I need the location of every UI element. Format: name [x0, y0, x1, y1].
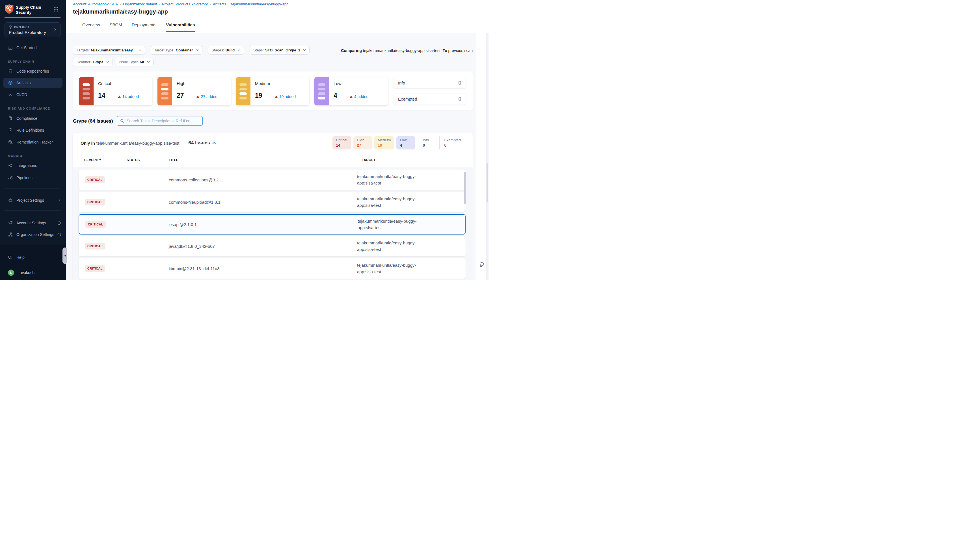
- filter-targets[interactable]: Targets: tejakummarikuntla/easy...: [73, 46, 145, 55]
- tab-sbom[interactable]: SBOM: [110, 22, 122, 32]
- section-manage: MANAGE: [8, 154, 23, 158]
- added-link[interactable]: 27 added: [197, 94, 217, 99]
- sidebar-item-rule-definitions[interactable]: Rule Definitions: [0, 125, 66, 135]
- severity-card-critical[interactable]: Critical 14 14 added: [79, 77, 152, 105]
- filter-value: All: [139, 60, 144, 64]
- filter-value: STO_Scan_Grype_1: [265, 48, 300, 52]
- filter-label: Targets:: [77, 48, 90, 52]
- project-cube-icon: [8, 25, 12, 29]
- section-risk-and-compliance: RISK AND COMPLIANCE: [8, 107, 50, 110]
- tab-overview[interactable]: Overview: [82, 22, 100, 32]
- page-scrollbar-thumb[interactable]: [486, 163, 488, 202]
- sidebar-item-remediation-tracker[interactable]: Remediation Tracker: [0, 137, 66, 147]
- sidebar-item-label: Get Started: [17, 45, 37, 50]
- sidebar: Supply Chain Security PROJECT Product Ex…: [0, 0, 66, 280]
- filter-steps[interactable]: Steps: STO_Scan_Grype_1: [250, 46, 309, 55]
- breadcrumb-separator: ›: [210, 2, 211, 6]
- filter-value: Build: [225, 48, 235, 52]
- sidebar-item-artifacts[interactable]: Artifacts: [3, 78, 62, 88]
- severity-card-exempted[interactable]: Exempted 0: [394, 93, 466, 105]
- tab-vulnerabilities[interactable]: Vulnerabilities: [166, 22, 195, 32]
- sidebar-footer: ? Help L Lavakush: [0, 244, 66, 280]
- sidebar-item-organization-settings[interactable]: Organization Settings: [0, 230, 66, 240]
- triangle-up-icon: [275, 95, 277, 98]
- breadcrumb-project[interactable]: Project: Product Exploratory: [162, 2, 208, 6]
- column-header-severity: SEVERITY: [84, 158, 101, 162]
- breadcrumb-account[interactable]: Account: Automation-SSCA: [73, 2, 118, 6]
- added-link[interactable]: 14 added: [118, 94, 139, 99]
- chip-medium[interactable]: Medium19: [374, 136, 394, 150]
- chip-info[interactable]: Info0: [418, 136, 436, 150]
- gear-icon: [8, 198, 13, 203]
- sidebar-item-integrations[interactable]: Integrations: [0, 160, 66, 171]
- issues-count-toggle[interactable]: 64 Issues: [188, 140, 216, 146]
- breadcrumb-organization[interactable]: Organization: default: [123, 2, 157, 6]
- severity-card-info[interactable]: Info 0: [394, 77, 466, 88]
- sidebar-item-label: Artifacts: [17, 80, 31, 85]
- issue-target: tejakummarikuntla/easy-buggy-app:slsa-te…: [357, 240, 418, 253]
- added-link[interactable]: 19 added: [275, 94, 296, 99]
- layers-gear-icon: [8, 220, 13, 225]
- triangle-up-icon: [197, 95, 199, 98]
- chip-critical[interactable]: Critical14: [332, 136, 351, 150]
- issue-row[interactable]: CRITICAL java/jdk@1.8.0_342-b07 tejakumm…: [78, 236, 466, 256]
- filter-label: Target Type:: [154, 48, 174, 52]
- chevron-down-icon: [303, 49, 306, 51]
- sidebar-divider: [5, 210, 60, 211]
- severity-chip-bar: Critical14 High27 Medium19 Low4 Info0 Ex…: [330, 136, 464, 150]
- comparing-status: Comparing tejakummarikuntla/easy-buggy-a…: [341, 48, 473, 53]
- supply-chain-security-logo-icon: [5, 4, 14, 14]
- issue-row-selected[interactable]: CRITICAL esapi@2.1.0.1 tejakummarikuntla…: [78, 214, 466, 235]
- severity-gauge-icon: [236, 77, 251, 105]
- chip-high[interactable]: High27: [353, 136, 372, 150]
- issue-row[interactable]: CRITICAL commons-fileupload@1.3.1 tejaku…: [78, 192, 466, 212]
- chip-low[interactable]: Low4: [396, 136, 415, 150]
- sidebar-item-get-started[interactable]: Get Started: [0, 43, 66, 53]
- chevron-down-icon: [147, 61, 150, 63]
- filter-stages[interactable]: Stages: Build: [208, 46, 244, 55]
- user-name: Lavakush: [18, 270, 35, 275]
- filter-value: tejakummarikuntla/easy...: [91, 48, 135, 52]
- sidebar-item-help[interactable]: ? Help: [0, 252, 66, 262]
- sidebar-item-label: Account Settings: [17, 221, 46, 225]
- chip-exempted[interactable]: Exempted0: [439, 136, 464, 150]
- severity-card-high[interactable]: High 27 27 added: [157, 77, 231, 105]
- severity-card-low[interactable]: Low 4 4 added: [314, 77, 388, 105]
- severity-card-medium[interactable]: Medium 19 19 added: [236, 77, 309, 105]
- filter-issue-type[interactable]: Issue Type: All: [115, 58, 154, 67]
- sidebar-item-project-settings[interactable]: Project Settings: [0, 195, 66, 205]
- search-input[interactable]: [127, 119, 200, 123]
- chevron-up-icon: [212, 142, 216, 144]
- app-grid-icon[interactable]: [53, 7, 58, 12]
- sidebar-item-pipelines[interactable]: Pipelines: [0, 173, 66, 183]
- issue-target: tejakummarikuntla/easy-buggy-app:slsa-te…: [357, 173, 418, 187]
- chevron-down-icon: [196, 49, 199, 51]
- tab-deployments[interactable]: Deployments: [132, 22, 157, 32]
- search-icon: [120, 119, 124, 123]
- org-tree-gear-icon: [8, 232, 13, 237]
- sidebar-item-user[interactable]: L Lavakush: [0, 268, 66, 278]
- project-selector[interactable]: PROJECT Product Exploratory: [5, 22, 60, 37]
- sidebar-item-account-settings[interactable]: Account Settings: [0, 218, 66, 228]
- table-scrollbar-thumb[interactable]: [464, 172, 466, 204]
- breadcrumb-artifact-name[interactable]: tejakummarikuntla/easy-buggy-app: [231, 2, 288, 6]
- comparing-target[interactable]: previous scan: [448, 48, 473, 53]
- page-scrollbar-track[interactable]: [486, 0, 489, 280]
- sidebar-item-compliance[interactable]: Compliance: [0, 113, 66, 123]
- issue-row[interactable]: CRITICAL commons-collections@3.2.1 tejak…: [78, 170, 466, 190]
- column-header-target: TARGET: [362, 158, 376, 162]
- breadcrumb-artifacts[interactable]: Artifacts: [213, 2, 226, 6]
- infinity-icon: [8, 92, 13, 97]
- severity-badge: CRITICAL: [85, 221, 106, 228]
- filter-target-type[interactable]: Target Type: Container: [151, 46, 202, 55]
- sidebar-item-code-repositories[interactable]: Code Repositories: [0, 66, 66, 76]
- severity-gauge-icon: [314, 77, 329, 105]
- sidebar-collapse-handle[interactable]: ◀: [62, 248, 67, 264]
- issue-row[interactable]: CRITICAL libc-bin@2.31-13+deb11u3 tejaku…: [78, 258, 466, 278]
- severity-card-label: High: [177, 81, 227, 86]
- support-chat-icon[interactable]: [478, 260, 486, 268]
- added-link[interactable]: 4 added: [350, 94, 369, 99]
- column-header-title: TITLE: [169, 158, 179, 162]
- sidebar-item-cicd[interactable]: CI/CD: [0, 90, 66, 100]
- filter-scanner[interactable]: Scanner: Grype: [73, 58, 113, 67]
